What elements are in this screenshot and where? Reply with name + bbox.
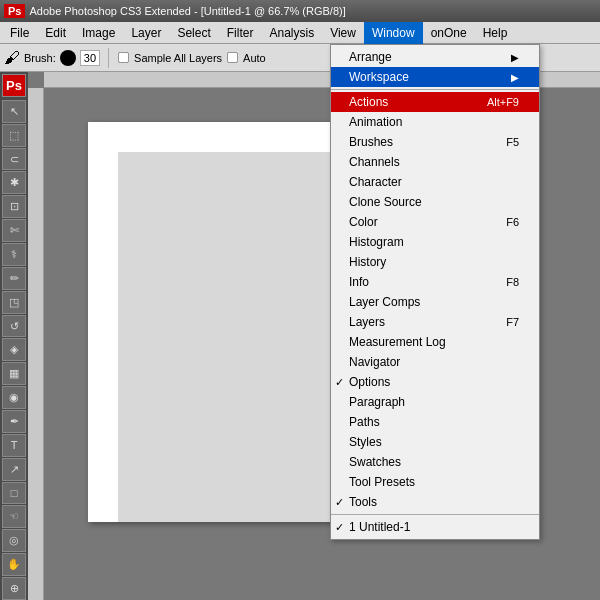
tools-label: Tools xyxy=(349,495,377,509)
tool-path-select[interactable]: ↗ xyxy=(2,458,26,481)
brush-preview[interactable] xyxy=(60,50,76,66)
auto-checkbox[interactable] xyxy=(227,52,238,63)
tool-eyedropper[interactable]: ◎ xyxy=(2,529,26,552)
menu-item-tool-presets[interactable]: Tool Presets xyxy=(331,472,539,492)
arrange-label: Arrange xyxy=(349,50,392,64)
menu-filter[interactable]: Filter xyxy=(219,22,262,44)
tool-history[interactable]: ↺ xyxy=(2,315,26,338)
animation-label: Animation xyxy=(349,115,402,129)
menu-item-swatches[interactable]: Swatches xyxy=(331,452,539,472)
tool-crop[interactable]: ⊡ xyxy=(2,195,26,218)
separator1 xyxy=(108,48,109,68)
tools-check: ✓ xyxy=(335,496,344,509)
separator-before-untitled xyxy=(331,514,539,515)
tool-stamp[interactable]: ◳ xyxy=(2,291,26,314)
styles-label: Styles xyxy=(349,435,382,449)
untitled-label: 1 Untitled-1 xyxy=(349,520,410,534)
actions-label: Actions xyxy=(349,95,388,109)
layers-label: Layers xyxy=(349,315,385,329)
menu-item-character[interactable]: Character xyxy=(331,172,539,192)
info-label: Info xyxy=(349,275,369,289)
window-dropdown: Arrange ▶ Workspace ▶ Actions Alt+F9 Ani… xyxy=(330,44,540,540)
options-check: ✓ xyxy=(335,376,344,389)
separator-after-workspace xyxy=(331,89,539,90)
menu-item-history[interactable]: History xyxy=(331,252,539,272)
options-label: Options xyxy=(349,375,390,389)
tool-eraser[interactable]: ◈ xyxy=(2,338,26,361)
menu-item-options[interactable]: ✓ Options xyxy=(331,372,539,392)
brush-icon: 🖌 xyxy=(4,49,20,67)
menu-item-measurement-log[interactable]: Measurement Log xyxy=(331,332,539,352)
toolbox: Ps ↖ ⬚ ⊂ ✱ ⊡ ✄ ⚕ ✏ ◳ ↺ ◈ ▦ ◉ ✒ T ↗ □ ☜ ◎… xyxy=(0,72,28,600)
character-label: Character xyxy=(349,175,402,189)
menu-item-layers[interactable]: Layers F7 xyxy=(331,312,539,332)
tool-brush[interactable]: ✏ xyxy=(2,267,26,290)
layers-shortcut: F7 xyxy=(506,316,519,328)
sample-all-layers-checkbox[interactable] xyxy=(118,52,129,63)
menu-layer[interactable]: Layer xyxy=(123,22,169,44)
menu-help[interactable]: Help xyxy=(475,22,516,44)
menu-item-arrange[interactable]: Arrange ▶ xyxy=(331,47,539,67)
menu-item-styles[interactable]: Styles xyxy=(331,432,539,452)
menu-item-channels[interactable]: Channels xyxy=(331,152,539,172)
arrange-arrow: ▶ xyxy=(511,52,519,63)
workspace-arrow: ▶ xyxy=(511,72,519,83)
history-label: History xyxy=(349,255,386,269)
layer-comps-label: Layer Comps xyxy=(349,295,420,309)
paragraph-label: Paragraph xyxy=(349,395,405,409)
menu-item-actions[interactable]: Actions Alt+F9 xyxy=(331,92,539,112)
tool-gradient[interactable]: ▦ xyxy=(2,362,26,385)
ps-icon: Ps xyxy=(4,4,25,18)
paths-label: Paths xyxy=(349,415,380,429)
tool-pen[interactable]: ✒ xyxy=(2,410,26,433)
menu-item-paths[interactable]: Paths xyxy=(331,412,539,432)
color-label: Color xyxy=(349,215,378,229)
tool-dodge[interactable]: ◉ xyxy=(2,386,26,409)
tool-healing[interactable]: ⚕ xyxy=(2,243,26,266)
menu-item-histogram[interactable]: Histogram xyxy=(331,232,539,252)
brush-label: Brush: xyxy=(24,52,56,64)
menu-edit[interactable]: Edit xyxy=(37,22,74,44)
tool-notes[interactable]: ☜ xyxy=(2,505,26,528)
clone-source-label: Clone Source xyxy=(349,195,422,209)
tool-hand[interactable]: ✋ xyxy=(2,553,26,576)
menu-item-layer-comps[interactable]: Layer Comps xyxy=(331,292,539,312)
menu-item-info[interactable]: Info F8 xyxy=(331,272,539,292)
menu-image[interactable]: Image xyxy=(74,22,123,44)
workspace-label: Workspace xyxy=(349,70,409,84)
menu-window[interactable]: Window xyxy=(364,22,423,44)
menu-select[interactable]: Select xyxy=(169,22,218,44)
tool-type[interactable]: T xyxy=(2,434,26,457)
title-bar: Ps Adobe Photoshop CS3 Extended - [Untit… xyxy=(0,0,600,22)
tool-lasso[interactable]: ⊂ xyxy=(2,148,26,171)
menu-file[interactable]: File xyxy=(2,22,37,44)
menu-item-untitled-1[interactable]: ✓ 1 Untitled-1 xyxy=(331,517,539,537)
tool-shape[interactable]: □ xyxy=(2,482,26,505)
tool-slice[interactable]: ✄ xyxy=(2,219,26,242)
menu-bar: File Edit Image Layer Select Filter Anal… xyxy=(0,22,600,44)
measurement-log-label: Measurement Log xyxy=(349,335,446,349)
auto-label: Auto xyxy=(243,52,266,64)
menu-onone[interactable]: onOne xyxy=(423,22,475,44)
menu-item-clone-source[interactable]: Clone Source xyxy=(331,192,539,212)
histogram-label: Histogram xyxy=(349,235,404,249)
menu-item-tools[interactable]: ✓ Tools xyxy=(331,492,539,512)
tool-marquee[interactable]: ⬚ xyxy=(2,124,26,147)
menu-item-navigator[interactable]: Navigator xyxy=(331,352,539,372)
color-shortcut: F6 xyxy=(506,216,519,228)
menu-view[interactable]: View xyxy=(322,22,364,44)
menu-item-paragraph[interactable]: Paragraph xyxy=(331,392,539,412)
channels-label: Channels xyxy=(349,155,400,169)
tool-move[interactable]: ↖ xyxy=(2,100,26,123)
tool-presets-label: Tool Presets xyxy=(349,475,415,489)
tool-zoom[interactable]: ⊕ xyxy=(2,577,26,600)
menu-item-animation[interactable]: Animation xyxy=(331,112,539,132)
actions-shortcut: Alt+F9 xyxy=(487,96,519,108)
menu-item-brushes[interactable]: Brushes F5 xyxy=(331,132,539,152)
menu-item-workspace[interactable]: Workspace ▶ xyxy=(331,67,539,87)
brushes-shortcut: F5 xyxy=(506,136,519,148)
menu-analysis[interactable]: Analysis xyxy=(261,22,322,44)
ps-logo-button[interactable]: Ps xyxy=(2,74,26,97)
tool-magic-wand[interactable]: ✱ xyxy=(2,171,26,194)
menu-item-color[interactable]: Color F6 xyxy=(331,212,539,232)
